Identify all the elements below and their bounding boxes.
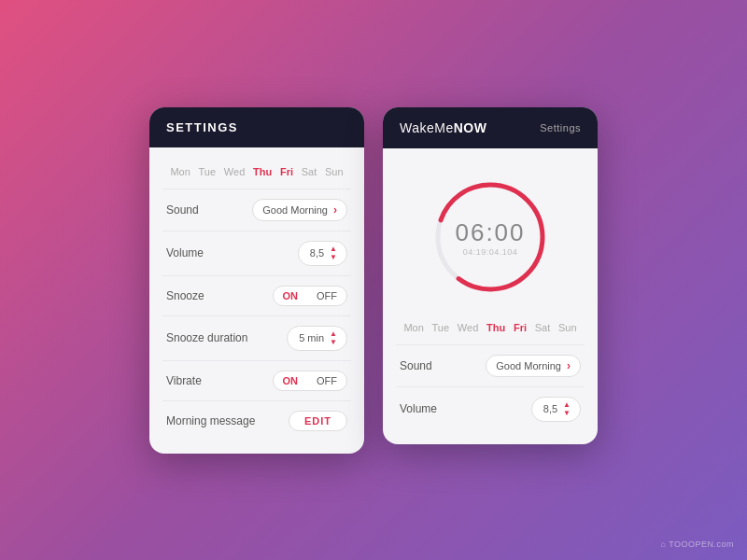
snooze-label: Snooze <box>166 289 204 302</box>
day-fri[interactable]: Fri <box>280 166 293 177</box>
day-sun[interactable]: Sun <box>325 166 344 177</box>
wake-body: 06:00 04:19:04.104 Mon Tue Wed Thu Fri S… <box>383 148 598 444</box>
up-arrow-icon[interactable]: ▲ <box>330 245 337 253</box>
day-thu[interactable]: Thu <box>253 166 272 177</box>
wake-app-name: WakeMeNOW <box>400 120 486 135</box>
volume-row: Volume 8,5 ▲ ▼ <box>162 231 351 275</box>
wake-title-row: WakeMeNOW Settings <box>400 120 581 135</box>
sound-row: Sound Good Morning › <box>162 189 351 231</box>
wake-day-sun[interactable]: Sun <box>558 322 577 333</box>
wake-volume-label: Volume <box>400 402 437 415</box>
watermark: ⌂ TOOOPEN.com <box>660 539 734 549</box>
vibrate-row: Vibrate ON OFF <box>162 360 351 400</box>
wake-sound-button[interactable]: Good Morning › <box>486 355 581 377</box>
days-row: Mon Tue Wed Thu Fri Sat Sun <box>162 157 351 189</box>
wake-day-sat[interactable]: Sat <box>535 322 551 333</box>
settings-title: SETTINGS <box>166 120 347 134</box>
settings-body: Mon Tue Wed Thu Fri Sat Sun Sound Good M… <box>149 147 364 454</box>
edit-button[interactable]: EDIT <box>289 411 347 431</box>
snooze-duration-label: Snooze duration <box>166 331 247 344</box>
volume-value: 8,5 <box>310 247 324 259</box>
snooze-duration-value: 5 min <box>299 332 324 343</box>
clock-sub-time: 04:19:04.104 <box>455 246 525 256</box>
clock-area: 06:00 04:19:04.104 <box>396 158 585 313</box>
wake-sound-row: Sound Good Morning › <box>396 344 585 386</box>
wake-volume-row: Volume 8,5 ▲ ▼ <box>396 386 585 431</box>
clock-main-time: 06:00 <box>455 217 525 246</box>
chevron-right-icon: › <box>333 203 337 217</box>
wake-chevron-right-icon: › <box>567 359 571 372</box>
clock-time: 06:00 04:19:04.104 <box>455 217 525 256</box>
vibrate-off[interactable]: OFF <box>307 371 346 390</box>
down-arrow-icon[interactable]: ▼ <box>330 339 337 346</box>
vibrate-on[interactable]: ON <box>274 371 308 390</box>
wake-sound-value: Good Morning <box>496 360 561 371</box>
up-arrow-icon[interactable]: ▲ <box>330 330 337 338</box>
wake-day-fri[interactable]: Fri <box>514 322 527 333</box>
wake-down-arrow-icon[interactable]: ▼ <box>563 410 571 417</box>
wake-settings-link[interactable]: Settings <box>540 122 581 133</box>
day-tue[interactable]: Tue <box>199 166 217 177</box>
wake-sound-label: Sound <box>400 359 432 372</box>
sound-button[interactable]: Good Morning › <box>252 199 347 221</box>
wake-day-wed[interactable]: Wed <box>458 322 478 333</box>
volume-arrows: ▲ ▼ <box>330 245 337 261</box>
wake-header: WakeMeNOW Settings <box>383 107 598 148</box>
down-arrow-icon[interactable]: ▼ <box>330 254 337 261</box>
snooze-duration-spinner[interactable]: 5 min ▲ ▼ <box>287 326 347 351</box>
day-mon[interactable]: Mon <box>170 166 190 177</box>
wake-day-tue[interactable]: Tue <box>432 322 450 333</box>
snooze-on[interactable]: ON <box>274 287 308 305</box>
snooze-off[interactable]: OFF <box>307 287 346 305</box>
morning-msg-label: Morning message <box>166 414 255 427</box>
snooze-toggle: ON OFF <box>273 286 348 306</box>
day-sat[interactable]: Sat <box>302 166 317 177</box>
vibrate-label: Vibrate <box>166 374 202 387</box>
wake-day-thu[interactable]: Thu <box>486 322 505 333</box>
wake-volume-spinner[interactable]: 8,5 ▲ ▼ <box>531 397 581 422</box>
wake-title-part1: WakeMe <box>400 120 454 135</box>
settings-card: SETTINGS Mon Tue Wed Thu Fri Sat Sun Sou… <box>149 107 364 454</box>
wake-day-mon[interactable]: Mon <box>403 322 423 333</box>
morning-msg-row: Morning message EDIT <box>162 400 351 441</box>
day-wed[interactable]: Wed <box>224 166 245 177</box>
settings-header: SETTINGS <box>149 107 364 147</box>
wake-card: WakeMeNOW Settings 06:00 04:19:04.104 <box>383 107 598 444</box>
clock-ring: 06:00 04:19:04.104 <box>430 176 551 298</box>
wake-up-arrow-icon[interactable]: ▲ <box>563 401 571 409</box>
sound-value: Good Morning <box>262 204 328 216</box>
wake-title-now: NOW <box>454 120 487 135</box>
wake-volume-value: 8,5 <box>543 403 557 414</box>
wake-volume-arrows: ▲ ▼ <box>563 401 571 417</box>
volume-spinner[interactable]: 8,5 ▲ ▼ <box>298 241 347 266</box>
snooze-duration-row: Snooze duration 5 min ▲ ▼ <box>162 315 351 360</box>
snooze-duration-arrows: ▲ ▼ <box>330 330 337 346</box>
sound-label: Sound <box>166 203 199 217</box>
volume-label: Volume <box>166 246 204 259</box>
snooze-row: Snooze ON OFF <box>162 275 351 315</box>
wake-days-row: Mon Tue Wed Thu Fri Sat Sun <box>396 313 585 344</box>
vibrate-toggle: ON OFF <box>273 371 348 391</box>
